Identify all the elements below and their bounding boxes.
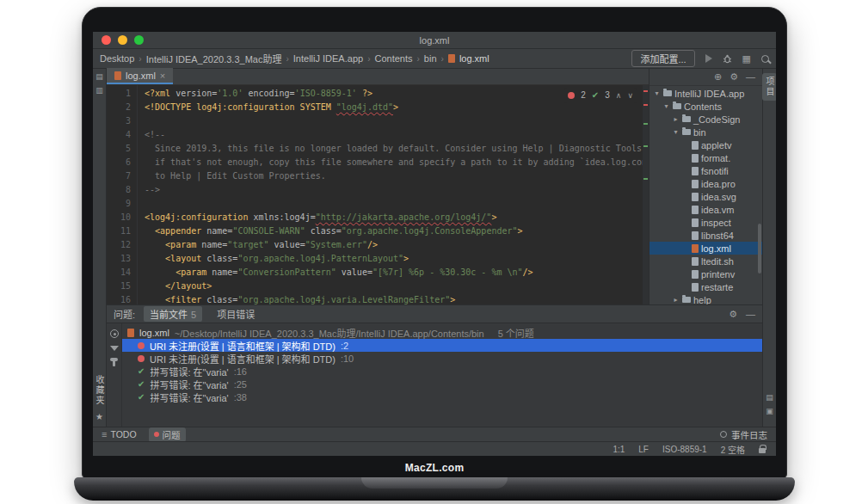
caret-position[interactable]: 1:1 (613, 445, 625, 454)
indent-setting[interactable]: 2 空格 (721, 443, 745, 456)
tree-item[interactable]: format. (649, 151, 762, 164)
code-line[interactable]: if that's not enough, copy this file som… (145, 156, 643, 169)
problem-row[interactable]: URI 未注册(设置 | 语言和框架 | 架构和 DTD):2 (122, 339, 762, 352)
breadcrumb-item[interactable]: log.xml (459, 53, 489, 64)
structure-tool-icon[interactable]: ▥ (95, 87, 103, 95)
commit-tool-icon[interactable]: ▤ (95, 73, 103, 81)
gear-icon[interactable]: ⚙ (729, 72, 738, 82)
tree-item[interactable]: appletv (649, 138, 762, 151)
laptop-screen-bezel: log.xml Desktop›IntelliJ IDEA_2020.3.3_M… (82, 7, 787, 479)
locate-file-icon[interactable]: ⊕ (714, 72, 722, 82)
problem-row[interactable]: ✔拼写错误: 在''varia':25 (122, 378, 762, 390)
tree-item[interactable]: idea.pro (649, 177, 762, 190)
project-tree[interactable]: ▾IntelliJ IDEA.app▾Contents▸_CodeSign▾bi… (649, 86, 762, 304)
breadcrumb-item[interactable]: IntelliJ IDEA_2020.3.3_Mac助理 (146, 52, 282, 65)
tree-item[interactable]: ▾Contents (649, 100, 762, 113)
code-line[interactable]: <appender name="CONSOLE-WARN" class="org… (145, 224, 643, 238)
code-token: class= (206, 295, 237, 304)
code-line[interactable]: </layout> (145, 280, 643, 293)
line-separator[interactable]: LF (638, 445, 649, 454)
next-problem-icon[interactable]: ∨ (627, 89, 633, 102)
tab-project-errors[interactable]: 项目错误 (211, 306, 261, 322)
minimize-panel-icon[interactable]: — (746, 310, 755, 319)
code-line[interactable]: <log4j:configuration xmlns:log4j="http:/… (145, 211, 643, 224)
tree-item[interactable]: ▾bin (649, 126, 762, 138)
search-everywhere-icon[interactable] (761, 55, 769, 63)
tree-item[interactable]: inspect (649, 216, 762, 229)
close-tab-icon[interactable]: × (160, 71, 165, 81)
problem-row[interactable]: URI 未注册(设置 | 语言和框架 | 架构和 DTD):10 (122, 352, 762, 365)
code-line[interactable] (145, 114, 643, 128)
navigation-bar: Desktop›IntelliJ IDEA_2020.3.3_Mac助理›Int… (93, 49, 776, 69)
code-line[interactable]: <param name="ConversionPattern" value="[… (145, 266, 643, 280)
tree-item[interactable]: fsnotifi (649, 164, 762, 177)
code-editor[interactable]: 12345678910111213141516 <?xml version='1… (107, 85, 649, 304)
database-tool-icon[interactable]: ▣ (766, 408, 773, 415)
previous-problem-icon[interactable]: ∧ (616, 89, 622, 102)
code-line[interactable]: <param name="target" value="System.err"/… (145, 238, 643, 252)
problem-text: URI 未注册(设置 | 语言和框架 | 架构和 DTD) (150, 339, 336, 353)
event-log-button[interactable]: 事件日志 (720, 428, 767, 441)
gear-icon[interactable]: ⚙ (729, 310, 737, 319)
file-encoding[interactable]: ISO-8859-1 (662, 445, 707, 454)
add-configuration-button[interactable]: 添加配置... (631, 50, 694, 67)
tree-item[interactable]: ▾IntelliJ IDEA.app (649, 87, 762, 100)
tree-item[interactable]: libnst64 (649, 229, 762, 242)
run-icon[interactable] (705, 54, 712, 63)
pin-icon[interactable] (113, 359, 115, 366)
chevron-right-icon[interactable]: ▸ (672, 115, 680, 123)
tree-scrollbar[interactable] (758, 224, 761, 274)
tree-item[interactable]: idea.svg (649, 190, 762, 203)
code-token: "CONSOLE-WARN" (232, 226, 310, 236)
error-stripe[interactable] (643, 85, 649, 304)
problems-tool-button[interactable]: 问题 (149, 427, 186, 442)
tree-item[interactable]: printenv (649, 267, 762, 280)
bookmarks-star-icon[interactable]: ★ (95, 412, 103, 421)
code-line[interactable]: <filter class="org.apache.log4j.varia.Le… (145, 293, 643, 304)
chevron-down-icon[interactable]: ▾ (672, 128, 680, 136)
breadcrumb-item[interactable]: bin (424, 53, 437, 64)
tree-item-label: fsnotifi (701, 166, 729, 176)
chevron-down-icon[interactable]: ▾ (653, 89, 661, 97)
problems-tool-window: 问题: 当前文件5 项目错误 ⚙ — (107, 304, 762, 427)
file-icon (692, 141, 699, 150)
ide-window: log.xml Desktop›IntelliJ IDEA_2020.3.3_M… (93, 32, 776, 456)
code-area[interactable]: <?xml version='1.0' encoding='ISO-8859-1… (138, 85, 643, 304)
preview-eye-icon[interactable] (110, 329, 119, 338)
breadcrumb-item[interactable]: IntelliJ IDEA.app (293, 53, 363, 64)
filter-icon[interactable] (110, 346, 119, 351)
tree-item[interactable]: log.xml (649, 242, 762, 255)
page: log.xml Desktop›IntelliJ IDEA_2020.3.3_M… (0, 0, 868, 504)
tree-item[interactable]: ▸_CodeSign (649, 113, 762, 126)
problem-row[interactable]: ✔拼写错误: 在''varia':38 (122, 390, 762, 403)
problems-file-row[interactable]: log.xml ~/Desktop/IntelliJ IDEA_2020.3.3… (122, 326, 762, 339)
todo-tool-button[interactable]: ≡ TODO (102, 429, 137, 439)
editor-tab-log-xml[interactable]: log.xml × (107, 68, 173, 84)
breadcrumb-item[interactable]: Desktop (100, 53, 134, 64)
code-line[interactable]: <!-- (145, 128, 643, 142)
project-tool-button[interactable]: 项目 (762, 73, 776, 101)
code-line[interactable]: <layout class="org.apache.log4j.PatternL… (145, 252, 643, 266)
tree-item[interactable]: restarte (649, 280, 762, 293)
code-token: 'ISO-8859-1' (295, 89, 362, 98)
code-token: name= (206, 226, 232, 236)
code-line[interactable]: to Help | Edit Custom Properties. (145, 169, 643, 183)
more-tools-icon[interactable]: ▦ (742, 54, 751, 64)
code-line[interactable]: Since 2019.3, this file is no longer loa… (145, 142, 643, 156)
readonly-lock-icon[interactable] (759, 448, 766, 453)
debug-bug-icon[interactable] (723, 54, 732, 64)
code-line[interactable] (145, 197, 643, 211)
tree-item[interactable]: ▸help (649, 293, 762, 304)
tab-current-file[interactable]: 当前文件5 (144, 306, 202, 322)
problem-row[interactable]: ✔拼写错误: 在''varia':16 (122, 365, 762, 378)
problems-header: 问题: 当前文件5 项目错误 ⚙ — (107, 305, 762, 323)
breadcrumb-item[interactable]: Contents (374, 53, 412, 64)
code-line[interactable]: --> (145, 183, 643, 197)
chevron-right-icon[interactable]: ▸ (672, 296, 680, 304)
chevron-down-icon[interactable]: ▾ (662, 102, 670, 110)
tree-item[interactable]: idea.vm (649, 203, 762, 216)
favorites-tool-button[interactable]: 收藏夹 (93, 375, 106, 406)
hide-panel-icon[interactable]: — (746, 72, 755, 82)
tree-item[interactable]: ltedit.sh (649, 255, 762, 267)
layers-tool-icon[interactable]: ▤ (766, 394, 773, 402)
